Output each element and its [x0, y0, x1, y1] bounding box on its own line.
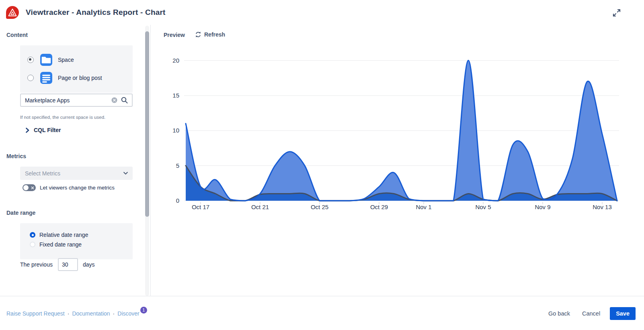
content-type-panel: Space Page or blog post	[20, 45, 133, 93]
analytics-area-chart: 05101520Oct 17Oct 21Oct 25Oct 29Nov 1Nov…	[161, 28, 633, 217]
space-folder-icon	[40, 54, 52, 66]
documentation-link[interactable]: Documentation	[72, 310, 110, 317]
metrics-select-placeholder: Select Metrics	[25, 170, 123, 177]
expand-icon[interactable]	[611, 7, 622, 18]
search-helper-text: If not specified, the current space is u…	[20, 115, 105, 120]
fixed-date-radio[interactable]	[30, 242, 35, 247]
svg-text:Nov 1: Nov 1	[416, 204, 431, 210]
discover-link[interactable]: Discover	[117, 310, 139, 317]
viewtracker-dialog: Viewtracker - Analytics Report - Chart C…	[0, 0, 644, 330]
svg-text:5: 5	[176, 162, 179, 169]
discover-badge: 1	[140, 307, 147, 314]
chevron-right-icon	[26, 128, 29, 133]
page-radio[interactable]	[27, 75, 34, 81]
date-range-section-label: Date range	[6, 210, 35, 216]
viewer-metrics-toggle[interactable]	[23, 184, 36, 191]
previous-prefix: The previous	[20, 261, 53, 268]
relative-date-radio[interactable]	[30, 232, 35, 238]
link-separator: ·	[113, 310, 115, 317]
relative-date-label: Relative date range	[39, 232, 88, 238]
svg-text:Oct 25: Oct 25	[311, 204, 328, 210]
svg-text:Nov 5: Nov 5	[475, 204, 491, 210]
space-search-field	[20, 94, 133, 107]
panel-divider	[150, 25, 151, 296]
header: Viewtracker - Analytics Report - Chart	[0, 0, 644, 25]
fixed-date-label: Fixed date range	[39, 241, 82, 248]
content-section-label: Content	[6, 32, 28, 38]
previous-suffix: days	[83, 261, 95, 268]
svg-text:Oct 21: Oct 21	[251, 204, 269, 210]
save-button[interactable]: Save	[610, 307, 636, 320]
cql-filter-expander[interactable]: CQL Filter	[26, 127, 61, 133]
space-radio[interactable]	[27, 57, 34, 63]
toggle-off-x-icon	[31, 186, 34, 189]
viewer-metrics-toggle-label: Let viewers change the metrics	[40, 185, 115, 191]
cancel-button[interactable]: Cancel	[578, 308, 604, 319]
chevron-down-icon	[123, 172, 128, 175]
space-search-input[interactable]	[24, 97, 111, 104]
cql-filter-label: CQL Filter	[34, 127, 61, 133]
content-option-space[interactable]: Space	[20, 51, 133, 69]
space-label: Space	[58, 57, 74, 63]
svg-text:Nov 13: Nov 13	[593, 204, 612, 210]
metrics-select[interactable]: Select Metrics	[20, 167, 133, 180]
svg-text:0: 0	[176, 197, 179, 204]
footer: Raise Support Request · Documentation · …	[0, 296, 644, 330]
date-range-panel: Relative date range Fixed date range	[20, 223, 133, 259]
relative-date-range-option[interactable]: Relative date range	[30, 230, 133, 240]
sidebar-scrollbar-thumb[interactable]	[145, 31, 149, 217]
svg-text:Nov 9: Nov 9	[535, 204, 550, 210]
footer-links: Raise Support Request · Documentation · …	[6, 296, 147, 330]
fixed-date-range-option[interactable]: Fixed date range	[30, 240, 133, 249]
go-back-button[interactable]: Go back	[544, 308, 574, 319]
previous-days-row: The previous days	[20, 257, 95, 272]
footer-actions: Go back Cancel Save	[544, 296, 636, 330]
toggle-knob	[23, 185, 29, 190]
search-icon[interactable]	[121, 97, 128, 104]
svg-text:15: 15	[172, 92, 179, 99]
page-title: Viewtracker - Analytics Report - Chart	[26, 0, 166, 25]
raise-support-request-link[interactable]: Raise Support Request	[6, 310, 65, 317]
link-separator: ·	[68, 310, 70, 317]
svg-text:Oct 17: Oct 17	[192, 204, 209, 210]
clear-icon[interactable]	[111, 97, 117, 103]
svg-text:20: 20	[172, 57, 179, 64]
viewtracker-logo-icon	[6, 6, 19, 19]
svg-text:10: 10	[172, 127, 179, 134]
viewer-metrics-toggle-row: Let viewers change the metrics	[23, 184, 115, 191]
metrics-section-label: Metrics	[6, 153, 26, 159]
page-document-icon	[40, 72, 52, 84]
svg-text:Oct 29: Oct 29	[370, 204, 388, 210]
content-option-page[interactable]: Page or blog post	[20, 69, 133, 87]
page-label: Page or blog post	[58, 75, 102, 81]
days-input[interactable]	[58, 258, 78, 271]
